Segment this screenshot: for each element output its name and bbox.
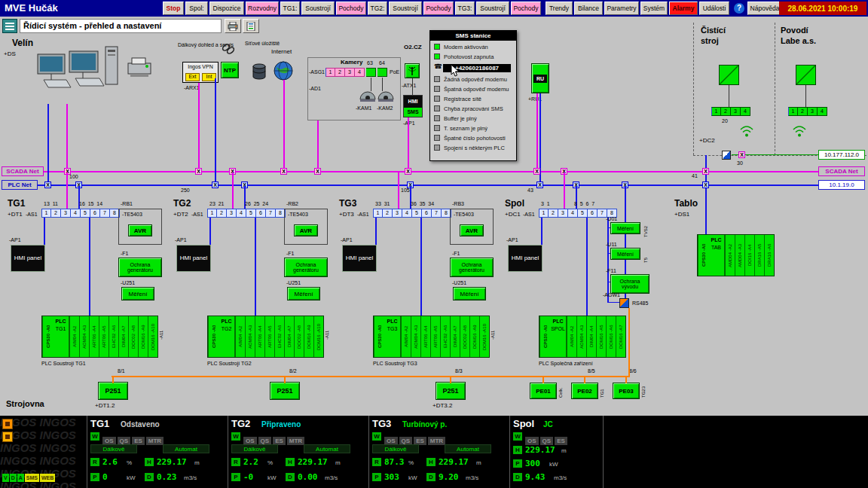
plc-label: PLC: [56, 319, 66, 324]
protection-ref: -F1: [286, 251, 295, 256]
connector: [66, 172, 68, 209]
opening-value: 2.2: [243, 457, 258, 467]
flag-badge: QS: [540, 437, 554, 445]
port-numbers: 8 5 6 7: [574, 201, 594, 206]
opening-unit: %: [127, 459, 132, 466]
plc-caption: PLC Soustrojí TG1: [41, 361, 86, 366]
spol-button[interactable]: Spol:: [185, 2, 208, 15]
connector: [729, 85, 729, 107]
dc2-ref: +DC2: [699, 137, 715, 144]
tg2-pochody-button[interactable]: Pochody: [423, 2, 454, 15]
section-title-tablo: Tablo: [674, 198, 698, 209]
flow-unit: m3/s: [184, 474, 197, 481]
ru-box: RU: [531, 63, 549, 93]
metering-box: Měření: [121, 287, 154, 300]
plc-node-icon: X: [44, 181, 51, 188]
port-cell: 1: [788, 107, 798, 116]
ru-label: RU: [533, 75, 547, 83]
section-ref: +DT2: [173, 211, 188, 218]
plc-caption: PLC Soustrojí TG2: [207, 361, 252, 366]
report-icon: [246, 22, 256, 31]
connector: [284, 376, 286, 383]
menu-button[interactable]: [2, 19, 17, 33]
alarmy-button[interactable]: Alarmy: [669, 2, 698, 15]
napoveda-button[interactable]: Nápověda: [747, 2, 782, 15]
h-badge: H: [426, 458, 436, 466]
te-ref: -TE5403: [288, 212, 308, 217]
plc-module: AIM04 -A2: [235, 316, 245, 357]
p-badge: P: [372, 473, 381, 481]
plc-subnet-address: 10.1.19.0: [818, 180, 865, 190]
trendy-button[interactable]: Trendy: [546, 2, 573, 15]
rozvodny-button[interactable]: Rozvodny: [246, 2, 279, 15]
tg1-pochody-button[interactable]: Pochody: [336, 2, 366, 15]
tg1-button[interactable]: TG1:: [280, 2, 300, 15]
export-button[interactable]: [243, 19, 259, 33]
atx-ref: -ATX1: [402, 83, 416, 88]
sms-indicator: [434, 125, 440, 131]
port-cell: 4: [355, 68, 365, 77]
stop-button[interactable]: Stop: [163, 2, 184, 15]
plc-rack-tg2: CPS30 -A0 PLCTG2 AIM04 -A2AOM04 -A3ART06…: [207, 316, 324, 358]
sms-item-label: Registrace sítě: [444, 96, 481, 102]
print-button[interactable]: [225, 19, 241, 33]
sms-indicator: [434, 86, 440, 92]
sms-indicator: [434, 76, 440, 82]
dt-ref: +DT1.2: [95, 402, 115, 409]
p-badge: P: [231, 473, 240, 481]
plc-label: PLC: [711, 237, 722, 242]
sms-item-label: Modem aktivován: [444, 44, 488, 50]
hmi-sms-top: HMI: [404, 96, 422, 108]
connector: [412, 78, 413, 95]
tg3-soustroji-button[interactable]: Soustrojí: [476, 2, 509, 15]
remote-station-box: [796, 65, 816, 85]
tg2-soustroji-button[interactable]: Soustrojí: [389, 2, 422, 15]
scada-net-label-right: SCADA Net: [818, 166, 865, 176]
media-converter-icon: [722, 151, 731, 160]
power-unit: kW: [127, 474, 136, 481]
dispozice-button[interactable]: Dispozice: [209, 2, 244, 15]
plc-module: EHC02 -A6: [440, 316, 450, 357]
port-cell: 4: [741, 107, 750, 116]
connector: [586, 218, 588, 316]
sms-item-label: Špatné číslo pohotovosti: [444, 135, 506, 142]
mode-auto: Automat: [163, 444, 209, 453]
bilance-button[interactable]: Bilance: [574, 2, 603, 15]
alarm-horn-icon[interactable]: [2, 419, 13, 429]
protection-ref: -F11: [606, 268, 616, 273]
region-border: [775, 23, 775, 155]
alarm-ack-icon[interactable]: [2, 432, 13, 442]
tg3-button[interactable]: TG3:: [455, 2, 475, 15]
o2-label: O2.CZ: [404, 44, 422, 50]
port-cell: 4: [568, 209, 578, 218]
status-panel-tg2: TG2 Připraveno W OSQSESMTR Dálkově Autom…: [228, 416, 368, 488]
sms-indicator: [434, 145, 440, 151]
flag-badge: MTR: [146, 437, 164, 445]
plc-rack-spol: CPS30 -A0 PLCSPOL AIM04 -A2AOM04 -A3DIM0…: [539, 316, 626, 358]
tg2-button[interactable]: TG2:: [368, 2, 387, 15]
printer-icon: [228, 22, 238, 31]
avr-cabinet: -TE5403 AVR: [450, 209, 494, 245]
cistici-label-2: stroj: [701, 36, 719, 45]
connector: [112, 376, 114, 383]
scada-node-icon: X: [195, 168, 202, 175]
plc-module: AOM04 -A3: [245, 316, 255, 357]
plc-module: AIM04 -A2: [567, 316, 576, 357]
parametry-button[interactable]: Parametry: [604, 2, 639, 15]
port-cell: 6: [588, 209, 598, 218]
help-icon[interactable]: ?: [734, 3, 744, 14]
tg1-soustroji-button[interactable]: Soustrojí: [301, 2, 335, 15]
tg3-pochody-button[interactable]: Pochody: [511, 2, 541, 15]
system-button[interactable]: Systém: [640, 2, 668, 15]
node-number: 30: [737, 160, 743, 166]
printer-graphic: [127, 56, 154, 78]
plc-label: PLC: [553, 319, 564, 324]
generator-protection-box: Ochrana generátoru: [118, 258, 162, 277]
plc-cpu-module: CPS30 -A0: [374, 316, 384, 357]
plc-label: PLC: [222, 319, 232, 324]
plc-module: AOM04 -A3: [79, 316, 89, 357]
udalosti-button[interactable]: Události: [699, 2, 729, 15]
cistici-label-1: Čistící: [701, 26, 726, 35]
module-ref: -A11: [491, 317, 495, 340]
hmi-ref: -AP1: [175, 237, 187, 242]
